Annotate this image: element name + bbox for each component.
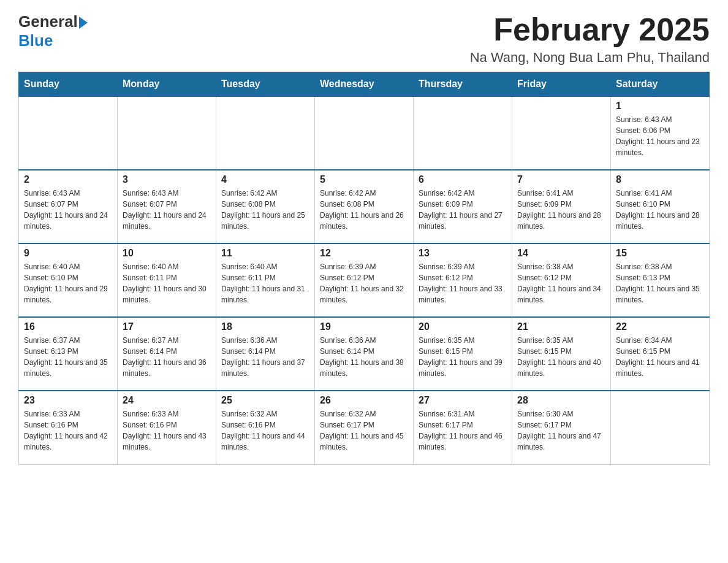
day-info: Sunrise: 6:40 AM Sunset: 6:11 PM Dayligh… [221,261,309,305]
day-number: 1 [616,101,704,112]
weekday-header-friday: Friday [512,72,611,97]
calendar-cell: 8Sunrise: 6:41 AM Sunset: 6:10 PM Daylig… [611,170,710,243]
calendar-cell: 14Sunrise: 6:38 AM Sunset: 6:12 PM Dayli… [512,243,611,317]
day-info: Sunrise: 6:42 AM Sunset: 6:08 PM Dayligh… [320,188,408,232]
calendar-cell: 1Sunrise: 6:43 AM Sunset: 6:06 PM Daylig… [611,96,710,170]
title-area: February 2025 Na Wang, Nong Bua Lam Phu,… [470,12,710,66]
calendar-cell: 3Sunrise: 6:43 AM Sunset: 6:07 PM Daylig… [118,170,216,243]
day-number: 8 [616,174,704,185]
calendar-cell: 5Sunrise: 6:42 AM Sunset: 6:08 PM Daylig… [315,170,414,243]
calendar-cell [315,96,414,170]
calendar-cell: 21Sunrise: 6:35 AM Sunset: 6:15 PM Dayli… [512,317,611,391]
weekday-header-tuesday: Tuesday [216,72,315,97]
calendar-week-row: 2Sunrise: 6:43 AM Sunset: 6:07 PM Daylig… [19,170,710,243]
day-number: 9 [24,248,112,259]
logo-arrow-icon [79,17,88,29]
calendar-cell [414,96,512,170]
day-info: Sunrise: 6:36 AM Sunset: 6:14 PM Dayligh… [320,335,408,379]
day-info: Sunrise: 6:41 AM Sunset: 6:10 PM Dayligh… [616,188,704,232]
day-number: 3 [123,174,211,185]
day-info: Sunrise: 6:33 AM Sunset: 6:16 PM Dayligh… [123,408,211,453]
logo-general-label: General [18,12,78,31]
day-number: 4 [221,174,309,185]
day-number: 20 [419,321,507,332]
page-header: General Blue February 2025 Na Wang, Nong… [18,12,710,66]
calendar-cell: 10Sunrise: 6:40 AM Sunset: 6:11 PM Dayli… [118,243,216,317]
calendar-week-row: 23Sunrise: 6:33 AM Sunset: 6:16 PM Dayli… [19,391,710,464]
day-info: Sunrise: 6:40 AM Sunset: 6:10 PM Dayligh… [24,261,112,305]
day-info: Sunrise: 6:36 AM Sunset: 6:14 PM Dayligh… [221,335,309,379]
day-number: 28 [517,395,605,406]
calendar-cell: 13Sunrise: 6:39 AM Sunset: 6:12 PM Dayli… [414,243,512,317]
day-info: Sunrise: 6:35 AM Sunset: 6:15 PM Dayligh… [419,335,507,379]
day-info: Sunrise: 6:43 AM Sunset: 6:07 PM Dayligh… [24,188,112,232]
day-number: 11 [221,248,309,259]
day-number: 25 [221,395,309,406]
logo-general-text: General [18,12,88,31]
day-number: 23 [24,395,112,406]
month-title: February 2025 [470,12,710,47]
day-info: Sunrise: 6:31 AM Sunset: 6:17 PM Dayligh… [419,408,507,453]
day-number: 6 [419,174,507,185]
calendar-cell: 24Sunrise: 6:33 AM Sunset: 6:16 PM Dayli… [118,391,216,464]
logo: General Blue [18,12,88,50]
calendar-cell: 17Sunrise: 6:37 AM Sunset: 6:14 PM Dayli… [118,317,216,391]
calendar-cell: 11Sunrise: 6:40 AM Sunset: 6:11 PM Dayli… [216,243,315,317]
calendar-cell [216,96,315,170]
day-number: 26 [320,395,408,406]
day-number: 21 [517,321,605,332]
day-info: Sunrise: 6:39 AM Sunset: 6:12 PM Dayligh… [320,261,408,305]
day-number: 10 [123,248,211,259]
day-info: Sunrise: 6:35 AM Sunset: 6:15 PM Dayligh… [517,335,605,379]
calendar-cell [611,391,710,464]
calendar-cell: 23Sunrise: 6:33 AM Sunset: 6:16 PM Dayli… [19,391,118,464]
day-info: Sunrise: 6:41 AM Sunset: 6:09 PM Dayligh… [517,188,605,232]
calendar-cell: 20Sunrise: 6:35 AM Sunset: 6:15 PM Dayli… [414,317,512,391]
day-number: 19 [320,321,408,332]
day-info: Sunrise: 6:43 AM Sunset: 6:07 PM Dayligh… [123,188,211,232]
day-info: Sunrise: 6:39 AM Sunset: 6:12 PM Dayligh… [419,261,507,305]
day-number: 7 [517,174,605,185]
day-info: Sunrise: 6:33 AM Sunset: 6:16 PM Dayligh… [24,408,112,453]
day-info: Sunrise: 6:38 AM Sunset: 6:12 PM Dayligh… [517,261,605,305]
weekday-header-row: SundayMondayTuesdayWednesdayThursdayFrid… [19,72,710,97]
calendar-cell: 26Sunrise: 6:32 AM Sunset: 6:17 PM Dayli… [315,391,414,464]
calendar-cell: 9Sunrise: 6:40 AM Sunset: 6:10 PM Daylig… [19,243,118,317]
day-number: 12 [320,248,408,259]
day-info: Sunrise: 6:42 AM Sunset: 6:09 PM Dayligh… [419,188,507,232]
location-title: Na Wang, Nong Bua Lam Phu, Thailand [470,50,710,66]
day-info: Sunrise: 6:37 AM Sunset: 6:14 PM Dayligh… [123,335,211,379]
calendar-cell [118,96,216,170]
day-info: Sunrise: 6:42 AM Sunset: 6:08 PM Dayligh… [221,188,309,232]
day-info: Sunrise: 6:32 AM Sunset: 6:16 PM Dayligh… [221,408,309,453]
calendar-cell: 16Sunrise: 6:37 AM Sunset: 6:13 PM Dayli… [19,317,118,391]
calendar-cell: 25Sunrise: 6:32 AM Sunset: 6:16 PM Dayli… [216,391,315,464]
day-number: 14 [517,248,605,259]
calendar-cell: 6Sunrise: 6:42 AM Sunset: 6:09 PM Daylig… [414,170,512,243]
calendar-cell: 19Sunrise: 6:36 AM Sunset: 6:14 PM Dayli… [315,317,414,391]
day-info: Sunrise: 6:37 AM Sunset: 6:13 PM Dayligh… [24,335,112,379]
calendar-cell: 22Sunrise: 6:34 AM Sunset: 6:15 PM Dayli… [611,317,710,391]
day-number: 16 [24,321,112,332]
day-number: 13 [419,248,507,259]
calendar-table: SundayMondayTuesdayWednesdayThursdayFrid… [18,72,710,465]
calendar-cell: 2Sunrise: 6:43 AM Sunset: 6:07 PM Daylig… [19,170,118,243]
day-info: Sunrise: 6:43 AM Sunset: 6:06 PM Dayligh… [616,114,704,158]
day-number: 18 [221,321,309,332]
calendar-cell [19,96,118,170]
calendar-week-row: 1Sunrise: 6:43 AM Sunset: 6:06 PM Daylig… [19,96,710,170]
day-info: Sunrise: 6:40 AM Sunset: 6:11 PM Dayligh… [123,261,211,305]
day-info: Sunrise: 6:32 AM Sunset: 6:17 PM Dayligh… [320,408,408,453]
calendar-cell [512,96,611,170]
calendar-cell: 28Sunrise: 6:30 AM Sunset: 6:17 PM Dayli… [512,391,611,464]
weekday-header-thursday: Thursday [414,72,512,97]
day-number: 2 [24,174,112,185]
logo-blue-label: Blue [18,31,53,50]
day-number: 27 [419,395,507,406]
day-number: 5 [320,174,408,185]
day-number: 24 [123,395,211,406]
day-info: Sunrise: 6:38 AM Sunset: 6:13 PM Dayligh… [616,261,704,305]
calendar-week-row: 9Sunrise: 6:40 AM Sunset: 6:10 PM Daylig… [19,243,710,317]
calendar-cell: 7Sunrise: 6:41 AM Sunset: 6:09 PM Daylig… [512,170,611,243]
calendar-week-row: 16Sunrise: 6:37 AM Sunset: 6:13 PM Dayli… [19,317,710,391]
